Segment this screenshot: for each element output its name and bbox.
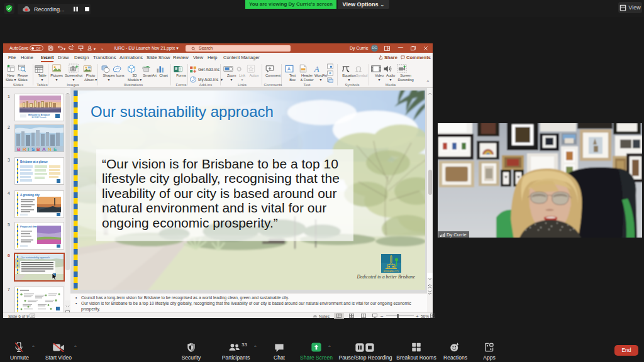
- svg-text:S: S: [31, 146, 35, 151]
- svg-text:A growing city: A growing city: [20, 194, 40, 197]
- svg-text:lifestyle city globally, recog: lifestyle city globally, recognising tha…: [102, 171, 340, 185]
- svg-text:E: E: [53, 146, 57, 151]
- svg-text:liveability of our city is bas: liveability of our city is based around …: [102, 186, 337, 200]
- svg-text:B: B: [36, 146, 40, 151]
- svg-text:R: R: [23, 146, 26, 151]
- svg-text:I: I: [28, 146, 29, 151]
- svg-text:Our sustainability approach: Our sustainability approach: [91, 103, 274, 120]
- svg-text:ongoing economic prosperity.”: ongoing economic prosperity.”: [102, 216, 278, 230]
- svg-text:A: A: [287, 66, 291, 72]
- svg-text:Our sustainability approach: Our sustainability approach: [21, 256, 50, 259]
- svg-text:N: N: [48, 146, 52, 151]
- svg-text:Brisbane at a glance: Brisbane at a glance: [20, 160, 48, 163]
- svg-text:“Our vision is for Brisbane to: “Our vision is for Brisbane to be a top …: [102, 156, 338, 171]
- svg-text:natural environment and is vit: natural environment and is vital for our: [102, 200, 326, 215]
- svg-text:A: A: [42, 146, 46, 151]
- svg-text:Dedicated to a better Brisbane: Dedicated to a better Brisbane: [357, 274, 416, 280]
- svg-text:B: B: [17, 146, 21, 151]
- svg-text:A: A: [314, 65, 319, 74]
- svg-text:BRISBANE CITY: BRISBANE CITY: [384, 270, 399, 273]
- svg-text:EU IURC Launch: EU IURC Launch: [31, 116, 46, 119]
